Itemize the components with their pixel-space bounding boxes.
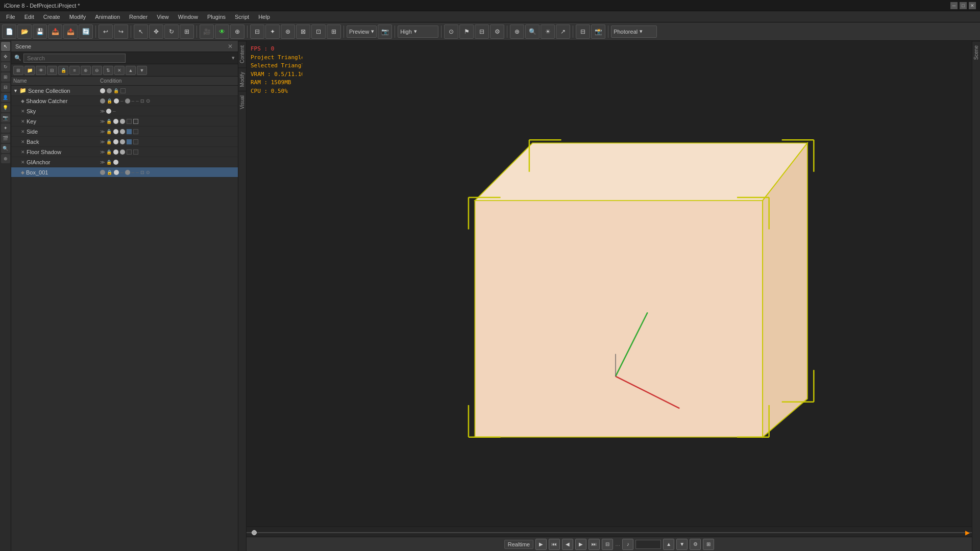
camera2-button[interactable]: 📷 bbox=[378, 24, 392, 39]
scene-item-back[interactable]: ✕ Back ≫ 🔒 bbox=[11, 137, 238, 147]
scene-item-key[interactable]: ✕ Key ≫ 🔒 bbox=[11, 116, 238, 127]
scene-folder-btn[interactable]: 📁 bbox=[24, 66, 35, 75]
menu-view[interactable]: View bbox=[153, 13, 173, 21]
step-forward-button[interactable]: ▶ bbox=[575, 539, 586, 550]
render2-button[interactable]: ⊕ bbox=[510, 24, 524, 39]
preview-dropdown[interactable]: Preview ▾ bbox=[347, 26, 377, 38]
sidebar-icon-move[interactable]: ✥ bbox=[1, 52, 10, 61]
flag-button[interactable]: ⚑ bbox=[459, 24, 474, 39]
screenshot-button[interactable]: 📸 bbox=[591, 24, 605, 39]
zoom-button[interactable]: 🔍 bbox=[525, 24, 540, 39]
next-keyframe-button[interactable]: ⏭ bbox=[589, 539, 600, 550]
settings2-button[interactable]: ⚙ bbox=[490, 24, 504, 39]
sidebar-icon-rotate[interactable]: ↻ bbox=[1, 62, 10, 71]
quality-dropdown[interactable]: High ▾ bbox=[398, 26, 438, 38]
menu-file[interactable]: File bbox=[2, 13, 19, 21]
light-button[interactable]: ⊕ bbox=[230, 24, 244, 39]
settings-button[interactable]: ⚙ bbox=[690, 539, 701, 550]
sidebar-icon-render[interactable]: 🎬 bbox=[1, 134, 10, 143]
move-button[interactable]: ✥ bbox=[149, 24, 163, 39]
sidebar-icon-camera[interactable]: 📷 bbox=[1, 113, 10, 122]
scene-add-btn[interactable]: ⊞ bbox=[13, 66, 23, 75]
prev-keyframe-button[interactable]: ⏮ bbox=[549, 539, 560, 550]
scene-grid-btn[interactable]: ⊟ bbox=[47, 66, 57, 75]
expand-timeline[interactable]: ⊞ bbox=[703, 539, 714, 550]
save-button[interactable]: 💾 bbox=[33, 24, 47, 39]
search-input[interactable] bbox=[23, 54, 126, 63]
menu-animation[interactable]: Animation bbox=[91, 13, 124, 21]
scene-item-gianchor[interactable]: ✕ GIAnchor ≫ 🔒 bbox=[11, 157, 238, 167]
menu-modify[interactable]: Modify bbox=[65, 13, 90, 21]
minimize-button[interactable]: ─ bbox=[950, 2, 958, 9]
sidebar-icon-material[interactable]: ⊛ bbox=[1, 154, 10, 163]
scale-button[interactable]: ⊞ bbox=[180, 24, 194, 39]
iray-button[interactable]: ⊙ bbox=[444, 24, 458, 39]
scene-item-side[interactable]: ✕ Side ≫ 🔒 bbox=[11, 127, 238, 137]
rotate-button[interactable]: ↻ bbox=[164, 24, 179, 39]
redo-button[interactable]: ↪ bbox=[114, 24, 128, 39]
scene-down-btn[interactable]: ▼ bbox=[137, 66, 147, 75]
timeline-scrubber[interactable] bbox=[252, 530, 257, 535]
sidebar-icon-prop[interactable]: ⊟ bbox=[1, 83, 10, 92]
loop-button[interactable]: ⊟ bbox=[602, 539, 613, 550]
frame-up[interactable]: ▲ bbox=[663, 539, 674, 550]
new-button[interactable]: 📄 bbox=[2, 24, 16, 39]
scene-filter-btn[interactable]: ≡ bbox=[69, 66, 80, 75]
open-button[interactable]: 📂 bbox=[17, 24, 32, 39]
search-dropdown-icon[interactable]: ▾ bbox=[232, 55, 235, 61]
scene-item-box001[interactable]: ◆ Box_001 🔒 – – – ⊡ ⊙ bbox=[11, 167, 238, 178]
vtab-scene[interactable]: Scene bbox=[972, 41, 980, 64]
frame-input[interactable]: 0 bbox=[635, 540, 661, 549]
group-button[interactable]: ⊡ bbox=[311, 24, 326, 39]
scene-expand-btn[interactable]: ⊕ bbox=[81, 66, 91, 75]
play-button[interactable]: ▶ bbox=[535, 539, 547, 550]
scene-up-btn[interactable]: ▲ bbox=[126, 66, 136, 75]
scene-lock-btn[interactable]: 🔒 bbox=[58, 66, 68, 75]
exchange-button[interactable]: 🔄 bbox=[79, 24, 93, 39]
tab-content[interactable]: Content bbox=[238, 41, 246, 67]
step-back-button[interactable]: ◀ bbox=[562, 539, 573, 550]
grid-button[interactable]: ⊟ bbox=[250, 24, 264, 39]
share-button[interactable]: ↗ bbox=[556, 24, 570, 39]
snap-button[interactable]: ✦ bbox=[265, 24, 280, 39]
maximize-button[interactable]: □ bbox=[960, 2, 967, 9]
distribute-button[interactable]: ⊠ bbox=[296, 24, 310, 39]
close-button[interactable]: ✕ bbox=[969, 2, 976, 9]
realtime-button[interactable]: Realtime bbox=[504, 540, 533, 549]
menu-render[interactable]: Render bbox=[125, 13, 152, 21]
menu-edit[interactable]: Edit bbox=[20, 13, 38, 21]
render-dropdown[interactable]: Photoreal ▾ bbox=[611, 26, 657, 38]
sidebar-icon-character[interactable]: 👤 bbox=[1, 93, 10, 102]
ungroup-button[interactable]: ⊞ bbox=[327, 24, 341, 39]
scene-item-floor-shadow[interactable]: ✕ Floor Shadow ≫ 🔒 bbox=[11, 147, 238, 157]
sidebar-icon-scale[interactable]: ⊞ bbox=[1, 72, 10, 82]
select-button[interactable]: ↖ bbox=[134, 24, 148, 39]
frame-down[interactable]: ▼ bbox=[676, 539, 688, 550]
sidebar-icon-particle[interactable]: ✦ bbox=[1, 123, 10, 133]
sidebar-icon-select[interactable]: ↖ bbox=[1, 42, 10, 51]
tab-modify[interactable]: Modify bbox=[238, 67, 246, 91]
snapshot-button[interactable]: ⊟ bbox=[475, 24, 489, 39]
menu-help[interactable]: Help bbox=[254, 13, 274, 21]
menu-create[interactable]: Create bbox=[39, 13, 64, 21]
tab-visual[interactable]: Visual bbox=[238, 91, 246, 113]
scene-item-sky[interactable]: ✕ Sky ≫ – bbox=[11, 106, 238, 116]
sidebar-icon-zoom[interactable]: 🔍 bbox=[1, 144, 10, 153]
light2-button[interactable]: ☀ bbox=[541, 24, 555, 39]
timeline-track[interactable]: ▶ bbox=[247, 527, 972, 537]
scene-panel-close[interactable]: ✕ bbox=[227, 43, 234, 50]
record-button[interactable]: ⊟ bbox=[576, 24, 590, 39]
scene-sort-btn[interactable]: ⇅ bbox=[103, 66, 113, 75]
align-button[interactable]: ⊛ bbox=[281, 24, 295, 39]
scene-collapse-btn[interactable]: ⊖ bbox=[92, 66, 102, 75]
sidebar-icon-light[interactable]: 💡 bbox=[1, 103, 10, 112]
import-button[interactable]: 📥 bbox=[48, 24, 62, 39]
eye-button[interactable]: 👁 bbox=[215, 24, 229, 39]
audio-button[interactable]: ♪ bbox=[622, 539, 633, 550]
export-button[interactable]: 📤 bbox=[63, 24, 78, 39]
scene-delete-btn[interactable]: ✕ bbox=[114, 66, 125, 75]
menu-script[interactable]: Script bbox=[231, 13, 253, 21]
menu-plugins[interactable]: Plugins bbox=[203, 13, 230, 21]
scene-item-collection[interactable]: ▼ 📁 Scene Collection 🔒 bbox=[11, 86, 238, 96]
scene-item-shadow-catcher[interactable]: ◆ Shadow Catcher 🔒 – – – ⊡ ⊙ bbox=[11, 96, 238, 106]
